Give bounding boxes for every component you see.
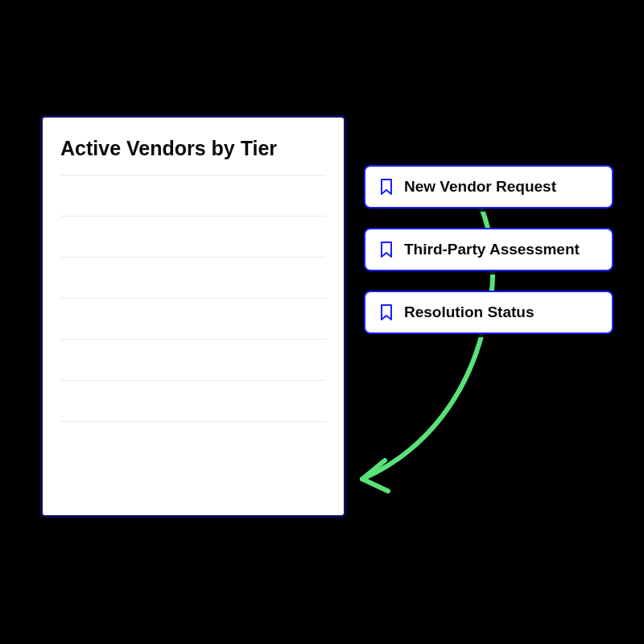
workflow-item[interactable]: New Vendor Request [364, 165, 613, 208]
workflow-item-label: New Vendor Request [404, 178, 556, 196]
chart-card: Active Vendors by Tier [40, 115, 346, 518]
chart-title: Active Vendors by Tier [60, 137, 326, 160]
workflow-item-label: Resolution Status [404, 303, 535, 321]
workflow-item-label: Third-Party Assessment [404, 241, 580, 258]
workflow-item[interactable]: Resolution Status [364, 291, 613, 334]
bookmark-icon [380, 304, 393, 320]
bar-chart [60, 175, 326, 503]
bookmark-icon [380, 179, 393, 195]
bar-group [60, 175, 326, 503]
workflow-list: New Vendor RequestThird-Party Assessment… [364, 165, 613, 334]
workflow-item[interactable]: Third-Party Assessment [364, 228, 613, 271]
bookmark-icon [380, 242, 393, 258]
